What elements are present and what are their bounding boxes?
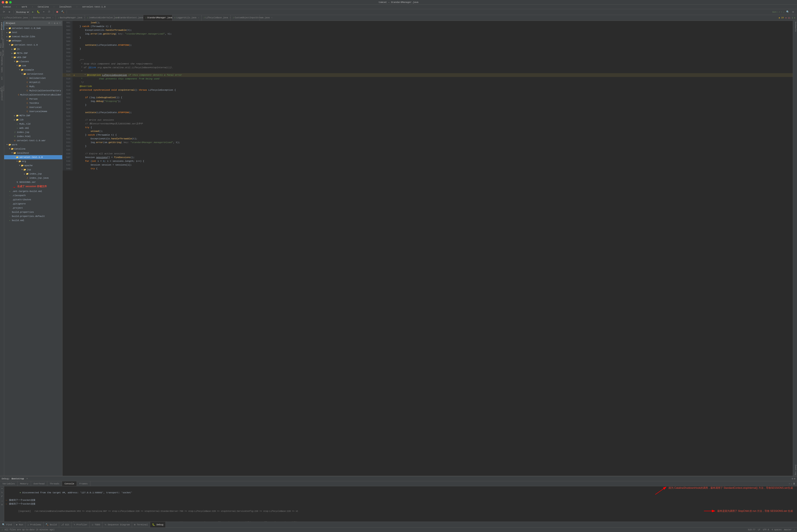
debug-button[interactable]: 🐛 [36,10,41,14]
tree-item-myinitialcontextbuilder[interactable]: C MyInitialContextFactoryBuilder [4,93,62,97]
tree-item-js[interactable]: ▶ 📁 js [4,47,62,51]
tree-item-lib[interactable]: ▶ 📁 lib [4,118,62,122]
tree-item-person[interactable]: C Person [4,97,62,101]
maximize-button[interactable] [9,1,12,3]
tree-item-servelet-bak[interactable]: ▶ 📁 servelet-test-1.0_bak [4,26,62,30]
debug-close-icon[interactable]: × [26,477,28,480]
run-button[interactable]: ▶ [31,10,35,14]
tree-item-indexjsp[interactable]: J index.jsp [4,130,62,134]
tab-jvmroutebindervalve[interactable]: J JvmRouteBinderValve.java × [85,15,114,21]
tree-item-meta-inf[interactable]: ▶ 📁 META-INF [4,51,62,55]
terminal-tab[interactable]: ⊞ Terminal [132,522,150,528]
debug-scroll-down-icon[interactable]: ↓ [791,482,792,485]
debug-tab-overhead[interactable]: Overhead [31,481,47,486]
tab-standardmanager[interactable]: J StandardManager.java × [143,15,173,21]
close-panel-icon[interactable]: × [59,22,60,24]
tree-item-sessions-ser[interactable]: S SESSIONS.ser [4,180,62,184]
tree-item-servelettest[interactable]: ▼ 📂 servelettest [4,72,62,76]
tree-item-work[interactable]: ▼ 📂 work [4,143,62,147]
build-button[interactable]: 🔨 [60,10,65,14]
tree-item-classes[interactable]: ▼ 📂 classes [4,59,62,64]
tab-lifecyclestate[interactable]: J LifecycleState.java × [0,15,29,21]
tree-item-buildxml[interactable]: ✦ build.xml [4,218,62,223]
debug-tab-console[interactable]: Console [62,481,77,486]
code-scroll[interactable]: 501 load(); 502 } catch (Throwable t) { … [62,21,793,476]
run-config-select[interactable]: Bootstrap [15,10,30,14]
tree-item-project[interactable]: · .project [4,206,62,210]
minimize-button[interactable] [5,1,8,3]
git-tab[interactable]: ⎇ Git [59,522,72,528]
find-tab[interactable]: 🔍 Find [0,522,14,528]
debug-clear-icon[interactable]: 🗑 [793,482,795,485]
tree-item-gitignore[interactable]: · .gitignore [4,202,62,206]
expand-icon[interactable]: ⊞ [54,22,55,24]
sidebar-tab-codes[interactable]: Codes [0,65,4,74]
tree-item-indexjsp-folder[interactable]: ▶ 📁 index_jsp [4,172,62,176]
tree-item-meta-inf2[interactable]: ▶ 📁 META-INF [4,114,62,118]
tab-close-icon[interactable]: × [271,17,272,19]
tab-backupmanager[interactable]: J BackupManager.java × [56,15,85,21]
step-over-icon[interactable]: ↷ [1,487,3,490]
profile-button[interactable]: ⏱ [47,10,51,14]
profiler-tab[interactable]: ✎ Profiler [72,522,90,528]
settings-button[interactable]: ⚙ [7,10,12,14]
sidebar-tab-art[interactable]: Art [0,74,4,82]
debug-tab-frames[interactable]: Frames [77,481,90,486]
build-tab[interactable]: 🔨 Build [43,522,59,528]
debug-content[interactable]: ● Disconnected from the target VM, addre… [4,486,797,521]
tree-item-testdto[interactable]: C TestDto [4,101,62,105]
tree-item-webapps[interactable]: ▼ 📂 webapps [4,39,62,43]
sidebar-tab-bigdata[interactable]: Big Data Tools [0,83,4,91]
tree-item-jsp[interactable]: ▼ 📂 jsp [4,168,62,172]
evaluate-icon[interactable]: ≡ [1,504,3,506]
tree-item-gitattributes[interactable]: · .gitattributes [4,197,62,202]
tree-item-buildprops-default[interactable]: · build.properties.default [4,214,62,218]
sidebar-tab-structure[interactable]: Structure [0,30,4,39]
tree-item-org[interactable]: ▼ 📂 org [4,159,62,164]
tree-item-indexjsp-java[interactable]: J index_jsp.java [4,176,62,180]
debug-settings-icon[interactable]: ⚙ [792,477,793,480]
breadcrumb-servelet[interactable]: servelet-test-1.0 [81,5,107,8]
tree-item-helloservlet[interactable]: C HelloServlet [4,76,62,80]
tree-item-web-inf[interactable]: ▼ 📂 WEB-INF [4,55,62,59]
sequence-diagram-tab[interactable]: ∿ Sequence Diagram [103,522,132,528]
tab-standardcontext[interactable]: J StandardContext.java × [114,15,143,21]
sort-icon[interactable]: ↕ [51,22,53,24]
tree-item-ant-targets[interactable]: ✦ .ant-targets-build.xml [4,189,62,193]
debug-tab-bottom[interactable]: 🐛 Debug [150,522,166,528]
sidebar-tab-project[interactable]: Project [0,22,4,30]
breadcrumb-catalina[interactable]: Catalina [36,5,50,8]
tree-item-example[interactable]: ▼ 📂 example [4,68,62,72]
cursor-position[interactable]: 515:77 [748,529,755,531]
search-everywhere-button[interactable]: 🔍 [785,10,790,14]
debug-tab-memory[interactable]: Memory [18,481,31,486]
event-log-tab[interactable]: Event Log [793,464,797,476]
tab-close-icon[interactable]: × [52,17,53,19]
sidebar-tab-pullrequests[interactable]: Pull Requests [0,39,4,48]
breadcrumb-localhost[interactable]: localhost [58,5,73,8]
step-into-icon[interactable]: ↴ [1,491,3,494]
debug-tab-variables[interactable]: Variables [0,481,18,486]
tree-item-userlocalhome[interactable]: C UserLocalHome [4,109,62,114]
tab-customobjectinputstream[interactable]: J CustomObjectInputStream.java × [231,15,260,21]
tree-item-war[interactable]: W servelet-test-1.0.war [4,138,62,143]
tree-item-userlocal[interactable]: C UserLocal [4,105,62,109]
tree-item-myinitialcontext[interactable]: C MyInitialContextFactory [4,89,62,93]
indent[interactable]: 4 spaces [772,529,782,531]
breadcrumb-tomcat[interactable]: tomcat [2,5,13,8]
run-to-cursor-icon[interactable]: → [1,500,3,502]
sidebar-tab-jsonparser[interactable]: Json Parser [0,48,4,56]
step-out-icon[interactable]: ↱ [1,495,3,498]
tree-item-indexhtml[interactable]: H index.html [4,134,62,138]
tree-item-test[interactable]: ▶ 📁 test [4,30,62,35]
todo-tab[interactable]: ☑ TODO [90,522,103,528]
sync-icon[interactable]: ⟳ [48,22,50,24]
tab-bootstrap[interactable]: J Bootstrap.java × [29,15,56,21]
coverage-button[interactable]: ☂ [41,10,46,14]
tree-item-servelet-selected[interactable]: ▼ 📂 servelet-test-1.0 [4,155,62,159]
debug-scroll-up-icon[interactable]: ↑ [789,482,790,485]
sidebar-tab-database[interactable]: Database [0,57,4,65]
bookmarks-tab[interactable]: Bookmarks [793,21,797,33]
tree-item-classpath[interactable]: · .classpath [4,193,62,197]
tree-item-localhost[interactable]: ▼ 📂 localhost [4,151,62,155]
